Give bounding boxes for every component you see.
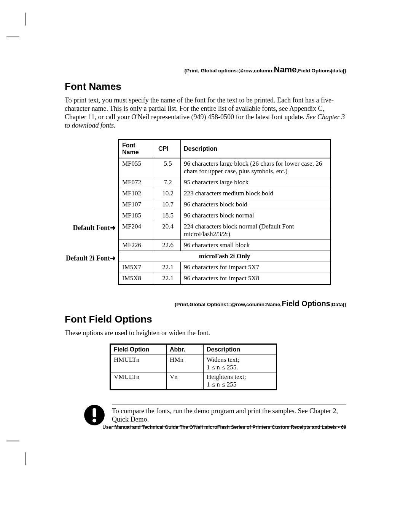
mid-syntax-suffix: |Data|}	[330, 302, 346, 307]
side-label-default-font: Default Font➜	[73, 224, 116, 232]
th-description: Description	[181, 139, 331, 158]
svg-rect-1	[93, 408, 96, 417]
mid-syntax-prefix: {Print,Global Options1:@row,column:Name,	[174, 302, 282, 307]
note-text: To compare the fonts, run the demo progr…	[112, 404, 346, 427]
table-row: VMULTn Vn Heightens text; 1 ≤ n ≤ 255	[110, 372, 277, 390]
syntax-prefix: {Print, Global options:@row,column:	[184, 68, 274, 73]
page-footer: User Manual and Technical Guide The O'Ne…	[65, 425, 346, 430]
table-row: IM5X722.196 characters for impact 5X7	[119, 262, 331, 273]
font-table: Font Name CPI Description MF0555.596 cha…	[118, 139, 331, 285]
table-header-row: Field Option Abbr. Description	[110, 344, 277, 355]
syntax-emph: Name	[274, 65, 297, 74]
syntax-suffix: ,Field Options|data|}	[296, 68, 346, 73]
font-names-paragraph: To print text, you must specify the name…	[65, 96, 346, 130]
th-cpi: CPI	[155, 139, 181, 158]
table-row: MF10710.796 characters block bold	[119, 199, 331, 210]
table-subheader-row: microFash 2i Only	[119, 251, 331, 262]
table-row: MF20420.4224 characters block normal (De…	[119, 221, 331, 240]
table-row: MF0727.295 characters large block	[119, 177, 331, 188]
th-abbr: Abbr.	[167, 344, 204, 355]
table-row: HMULTn HMn Widens text; 1 ≤ n ≤ 255.	[110, 355, 277, 372]
table-row: MF0555.596 characters large block (26 ch…	[119, 158, 331, 177]
section-title-field-options: Font Field Options	[65, 313, 346, 325]
note-block: To compare the fonts, run the demo progr…	[84, 404, 346, 427]
mid-syntax-emph: Field Options	[282, 299, 330, 308]
header-syntax-line: {Print, Global options:@row,column:Name,…	[65, 65, 346, 75]
side-label-default-2i-font: Default 2i Font➜	[66, 254, 116, 262]
mid-syntax-line: {Print,Global Options1:@row,column:Name,…	[65, 299, 346, 308]
th-field-option: Field Option	[110, 344, 167, 355]
warning-icon	[84, 404, 105, 426]
table-row: MF22622.696 characters small block	[119, 240, 331, 251]
table-row: MF18518.596 characters block normal	[119, 210, 331, 221]
table-row: MF10210.2223 characters medium block bol…	[119, 188, 331, 199]
para-plain: To print text, you must specify the name…	[65, 96, 334, 121]
section-title-font-names: Font Names	[65, 81, 346, 93]
table-header-row: Font Name CPI Description	[119, 139, 331, 158]
subheader-cell: microFash 2i Only	[119, 251, 331, 262]
th-desc: Description	[204, 344, 277, 355]
svg-point-2	[92, 419, 96, 423]
field-options-paragraph: These options are used to heighten or wi…	[65, 329, 346, 337]
table-row: IM5X822.196 characters for impact 5X8	[119, 273, 331, 284]
font-table-wrap: Default Font➜ Default 2i Font➜ Font Name…	[65, 139, 346, 285]
th-font-name: Font Name	[119, 139, 155, 158]
field-options-table: Field Option Abbr. Description HMULTn HM…	[110, 343, 277, 390]
